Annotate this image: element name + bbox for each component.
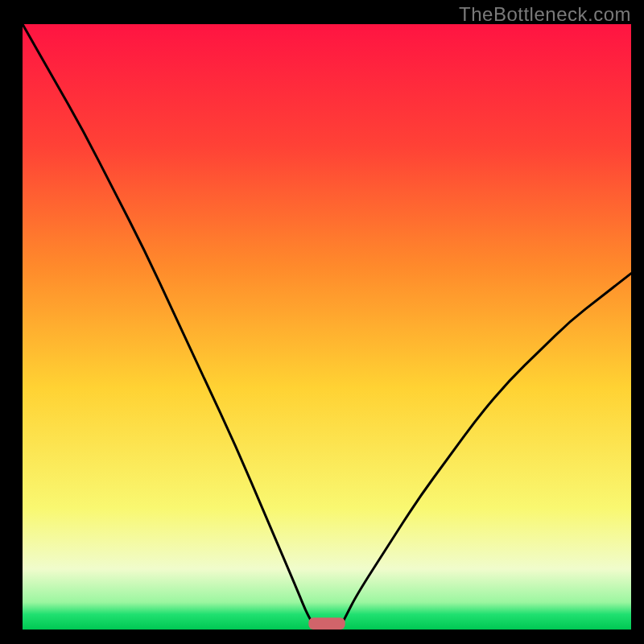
plot-background xyxy=(23,24,631,630)
chart-stage: TheBottleneck.com xyxy=(0,0,644,644)
optimal-marker xyxy=(308,617,345,630)
bottleneck-chart xyxy=(0,0,644,644)
watermark-label: TheBottleneck.com xyxy=(459,3,631,26)
